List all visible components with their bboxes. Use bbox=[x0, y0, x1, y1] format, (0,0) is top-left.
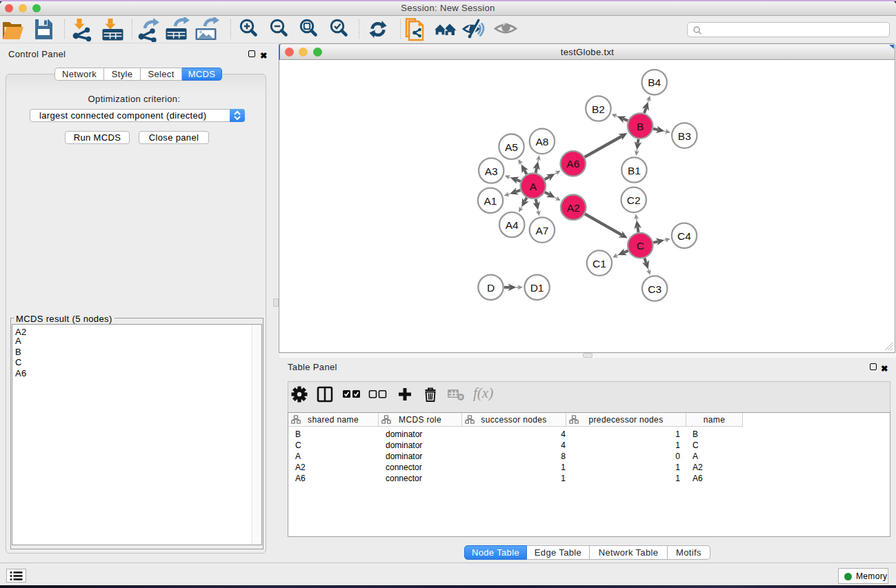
svg-text:B3: B3 bbox=[678, 130, 691, 142]
svg-text:A1: A1 bbox=[484, 195, 497, 207]
svg-text:B: B bbox=[637, 121, 644, 132]
svg-text:B1: B1 bbox=[628, 165, 641, 176]
svg-text:C: C bbox=[637, 240, 644, 252]
svg-text:A8: A8 bbox=[535, 136, 548, 148]
svg-text:C1: C1 bbox=[593, 258, 606, 270]
svg-text:C2: C2 bbox=[627, 194, 641, 206]
svg-text:D1: D1 bbox=[530, 282, 544, 294]
svg-text:A6: A6 bbox=[566, 158, 579, 170]
svg-text:C4: C4 bbox=[677, 230, 691, 242]
svg-text:C3: C3 bbox=[648, 283, 661, 295]
svg-text:A7: A7 bbox=[535, 225, 548, 236]
svg-text:B4: B4 bbox=[648, 77, 661, 88]
svg-text:D: D bbox=[487, 282, 495, 294]
svg-text:A4: A4 bbox=[506, 219, 519, 231]
svg-text:A3: A3 bbox=[485, 165, 498, 177]
svg-text:B2: B2 bbox=[592, 103, 605, 115]
svg-text:A5: A5 bbox=[505, 141, 518, 153]
svg-text:A: A bbox=[530, 181, 537, 192]
svg-text:A2: A2 bbox=[567, 202, 580, 214]
